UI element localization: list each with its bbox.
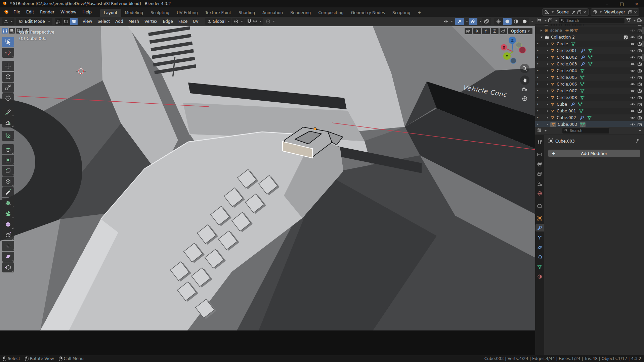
viewport-menu-uv[interactable]: UV: [190, 19, 201, 24]
disable-render-camera-icon[interactable]: [637, 42, 642, 47]
snapping-buttons[interactable]: [245, 18, 263, 25]
mirror-x-toggle[interactable]: X: [473, 28, 481, 34]
minimize-button[interactable]: –: [600, 0, 614, 7]
disable-render-camera-icon[interactable]: [637, 25, 642, 26]
pivot-point-dropdown[interactable]: [232, 18, 245, 25]
tool-annotate-button[interactable]: [2, 107, 14, 117]
hide-eye-icon[interactable]: [630, 95, 635, 100]
tool-knife-button[interactable]: [2, 187, 14, 197]
wireframe-shading-button[interactable]: [494, 18, 503, 25]
tool-transform-button[interactable]: [2, 93, 14, 103]
tool-spin-button[interactable]: [2, 209, 14, 219]
hide-eye-icon[interactable]: [630, 25, 635, 26]
transform-orientation-dropdown[interactable]: Global: [205, 18, 231, 25]
properties-tab-tool[interactable]: [535, 138, 544, 146]
viewport-menu-select[interactable]: Select: [95, 19, 113, 24]
workspace-tab-animation[interactable]: Animation: [259, 9, 287, 17]
workspace-tab-geometry-nodes[interactable]: Geometry Nodes: [347, 9, 389, 17]
show-overlays-toggle[interactable]: [469, 18, 477, 25]
add-modifier-button[interactable]: + Add Modifier: [548, 150, 640, 157]
vertex-select-button[interactable]: [55, 18, 62, 25]
workspace-tab-texture-paint[interactable]: Texture Paint: [202, 9, 235, 17]
expander-icon[interactable]: [547, 90, 548, 92]
outliner-row-circle-006[interactable]: •Circle.006: [535, 81, 644, 88]
disable-render-camera-icon[interactable]: [637, 82, 642, 87]
properties-tab-object-data[interactable]: [535, 263, 544, 270]
disable-render-camera-icon[interactable]: [637, 122, 642, 127]
tool-scale-button[interactable]: [2, 83, 14, 93]
tool-add-cube-button[interactable]: [2, 131, 14, 141]
properties-tab-scene[interactable]: [535, 180, 544, 187]
3d-viewport[interactable]: X Y Z Options User Perspective (0) Cube.…: [0, 26, 535, 330]
duplicate-icon[interactable]: [628, 10, 632, 14]
workspace-tab-scripting[interactable]: Scripting: [389, 9, 414, 17]
rendered-shading-button[interactable]: [520, 18, 529, 25]
hide-eye-icon[interactable]: [630, 115, 635, 120]
viewlayer-selector[interactable]: ViewLayer: [591, 8, 639, 16]
hide-eye-icon[interactable]: [630, 35, 635, 40]
workspace-tab-rendering[interactable]: Rendering: [287, 9, 314, 17]
maximize-button[interactable]: □: [614, 0, 629, 7]
outliner-row-cube-001[interactable]: •Cube.001: [535, 108, 644, 114]
viewport-menu-add[interactable]: Add: [113, 19, 126, 24]
properties-search[interactable]: [562, 127, 610, 134]
disable-render-camera-icon[interactable]: [637, 48, 642, 53]
tool-edge-slide-button[interactable]: [2, 230, 14, 240]
properties-tab-render[interactable]: [535, 151, 544, 158]
workspace-tab-uv-editing[interactable]: UV Editing: [173, 9, 202, 17]
menu-window[interactable]: Window: [57, 9, 79, 15]
tool-shear-button[interactable]: [2, 252, 14, 262]
zoom-button[interactable]: [520, 64, 529, 73]
mode-dropdown[interactable]: Edit Mode: [16, 18, 52, 25]
outliner-row-collection-2[interactable]: Collection 2: [535, 34, 644, 41]
mirror-y-toggle[interactable]: Y: [482, 28, 490, 34]
outliner-row-circle-004[interactable]: •Circle.004: [535, 67, 644, 74]
properties-tab-physics[interactable]: [535, 244, 544, 251]
expander-icon[interactable]: [547, 123, 548, 125]
expander-icon[interactable]: [541, 37, 543, 38]
outliner-display-mode-icon[interactable]: [537, 18, 542, 23]
scene-selector[interactable]: Scene: [542, 8, 589, 16]
workspace-tab-sculpting[interactable]: Sculpting: [147, 9, 173, 17]
select-mode-extend-button[interactable]: [9, 28, 15, 34]
material-preview-button[interactable]: [512, 18, 520, 25]
viewport-menu-mesh[interactable]: Mesh: [126, 19, 142, 24]
hide-eye-icon[interactable]: [630, 122, 635, 127]
disable-render-camera-icon[interactable]: [637, 55, 642, 60]
outliner-search-input[interactable]: [566, 18, 623, 23]
options-dropdown[interactable]: Options: [508, 28, 532, 34]
outliner-row-cube-003[interactable]: •Cube.003: [535, 121, 644, 127]
pin-icon[interactable]: [635, 139, 640, 144]
edge-select-button[interactable]: [62, 18, 70, 25]
menu-file[interactable]: File: [10, 9, 23, 15]
disable-render-camera-icon[interactable]: [637, 62, 642, 67]
expander-icon[interactable]: [547, 117, 548, 119]
show-gizmo-toggle[interactable]: [455, 18, 464, 25]
outliner-row-scene[interactable]: scene99: [535, 27, 644, 34]
disable-render-camera-icon[interactable]: [637, 89, 642, 94]
workspace-tab-layout[interactable]: Layout: [100, 9, 121, 17]
workspace-tab-modeling[interactable]: Modeling: [121, 9, 147, 17]
disable-render-camera-icon[interactable]: [637, 28, 642, 33]
menu-edit[interactable]: Edit: [23, 9, 37, 15]
mirror-z-toggle[interactable]: Z: [491, 28, 499, 34]
properties-tab-collection[interactable]: [535, 202, 544, 209]
outliner-row-circle-005[interactable]: •Circle.005: [535, 74, 644, 81]
expander-icon[interactable]: [547, 103, 548, 105]
hide-eye-icon[interactable]: [630, 28, 635, 33]
unlink-icon[interactable]: [634, 10, 637, 14]
properties-tab-view-layer[interactable]: [535, 170, 544, 177]
hide-eye-icon[interactable]: [630, 75, 635, 80]
tool-shrink-fatten-button[interactable]: [2, 241, 14, 251]
hide-eye-icon[interactable]: [630, 62, 635, 67]
hide-eye-icon[interactable]: [630, 82, 635, 87]
outliner-row-circle-002[interactable]: •Circle.002: [535, 54, 644, 61]
tool-rotate-button[interactable]: [2, 72, 14, 82]
properties-tab-output[interactable]: [535, 160, 544, 168]
expander-icon[interactable]: [547, 83, 548, 85]
solid-shading-button[interactable]: [503, 18, 512, 25]
outliner-row-circle[interactable]: •Circle: [535, 41, 644, 47]
hide-eye-icon[interactable]: [630, 48, 635, 53]
tool-rip-region-button[interactable]: [2, 262, 14, 272]
properties-tab-material[interactable]: [535, 273, 544, 280]
